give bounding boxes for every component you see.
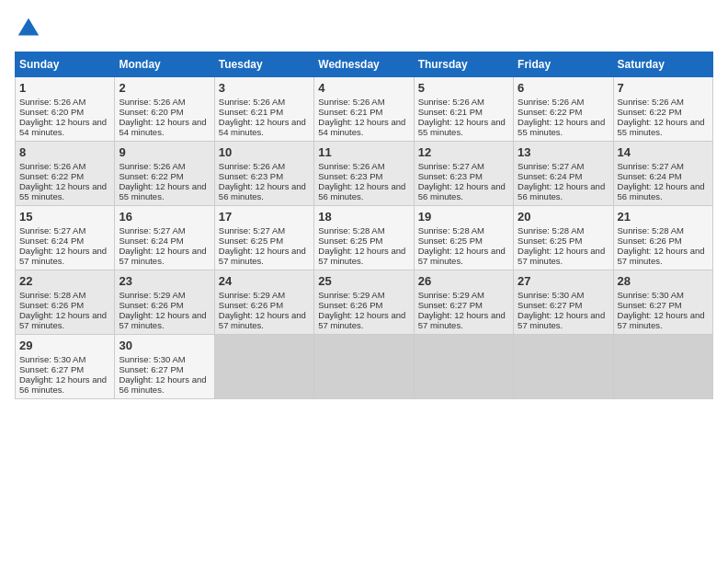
day-number: 29 <box>19 339 110 352</box>
daylight-text: Daylight: 12 hours and 55 minutes. <box>19 181 110 201</box>
daylight-text: Daylight: 12 hours and 55 minutes. <box>518 117 609 137</box>
sunset-text: Sunset: 6:24 PM <box>518 171 609 181</box>
sunrise-text: Sunrise: 5:26 AM <box>418 97 509 107</box>
calendar-cell: 13Sunrise: 5:27 AMSunset: 6:24 PMDayligh… <box>514 142 613 206</box>
calendar-cell: 8Sunrise: 5:26 AMSunset: 6:22 PMDaylight… <box>16 142 115 206</box>
calendar-cell: 3Sunrise: 5:26 AMSunset: 6:21 PMDaylight… <box>214 77 313 142</box>
header-sunday: Sunday <box>16 52 115 77</box>
sunset-text: Sunset: 6:26 PM <box>19 300 110 310</box>
sunrise-text: Sunrise: 5:29 AM <box>418 290 509 300</box>
sunrise-text: Sunrise: 5:26 AM <box>318 161 409 171</box>
daylight-text: Daylight: 12 hours and 55 minutes. <box>119 181 210 201</box>
sunrise-text: Sunrise: 5:30 AM <box>518 290 609 300</box>
calendar-cell <box>613 335 712 399</box>
day-number: 2 <box>119 81 210 95</box>
sunset-text: Sunset: 6:27 PM <box>418 300 509 310</box>
calendar-cell <box>514 335 613 399</box>
calendar-cell: 29Sunrise: 5:30 AMSunset: 6:27 PMDayligh… <box>16 335 115 399</box>
sunrise-text: Sunrise: 5:28 AM <box>518 225 609 236</box>
day-number: 26 <box>418 274 509 288</box>
calendar-cell <box>314 335 414 399</box>
daylight-text: Daylight: 12 hours and 57 minutes. <box>219 310 310 330</box>
calendar-cell: 14Sunrise: 5:27 AMSunset: 6:24 PMDayligh… <box>613 142 712 206</box>
sunset-text: Sunset: 6:23 PM <box>318 171 409 181</box>
daylight-text: Daylight: 12 hours and 57 minutes. <box>19 246 110 266</box>
calendar-header-row: SundayMondayTuesdayWednesdayThursdayFrid… <box>16 52 713 77</box>
daylight-text: Daylight: 12 hours and 54 minutes. <box>318 117 409 137</box>
daylight-text: Daylight: 12 hours and 57 minutes. <box>318 246 409 266</box>
day-number: 1 <box>19 81 110 95</box>
daylight-text: Daylight: 12 hours and 56 minutes. <box>119 374 210 395</box>
sunrise-text: Sunrise: 5:26 AM <box>219 161 310 171</box>
day-number: 3 <box>219 81 310 95</box>
sunrise-text: Sunrise: 5:26 AM <box>318 97 409 107</box>
sunrise-text: Sunrise: 5:26 AM <box>618 97 709 107</box>
day-number: 4 <box>318 81 409 95</box>
daylight-text: Daylight: 12 hours and 54 minutes. <box>219 117 310 137</box>
sunrise-text: Sunrise: 5:27 AM <box>219 225 310 236</box>
sunset-text: Sunset: 6:27 PM <box>19 364 110 374</box>
daylight-text: Daylight: 12 hours and 56 minutes. <box>518 181 609 201</box>
calendar-cell: 5Sunrise: 5:26 AMSunset: 6:21 PMDaylight… <box>414 77 513 142</box>
calendar-cell: 11Sunrise: 5:26 AMSunset: 6:23 PMDayligh… <box>314 142 414 206</box>
sunrise-text: Sunrise: 5:29 AM <box>219 290 310 300</box>
calendar-cell: 22Sunrise: 5:28 AMSunset: 6:26 PMDayligh… <box>16 270 115 335</box>
calendar-cell: 7Sunrise: 5:26 AMSunset: 6:22 PMDaylight… <box>613 77 712 142</box>
calendar-week-row: 22Sunrise: 5:28 AMSunset: 6:26 PMDayligh… <box>16 270 713 335</box>
sunrise-text: Sunrise: 5:28 AM <box>318 225 409 236</box>
calendar-week-row: 15Sunrise: 5:27 AMSunset: 6:24 PMDayligh… <box>16 206 713 270</box>
daylight-text: Daylight: 12 hours and 56 minutes. <box>219 181 310 201</box>
sunrise-text: Sunrise: 5:26 AM <box>518 97 609 107</box>
calendar-cell: 20Sunrise: 5:28 AMSunset: 6:25 PMDayligh… <box>514 206 613 270</box>
day-number: 13 <box>518 145 609 159</box>
day-number: 23 <box>119 274 210 288</box>
day-number: 8 <box>19 145 110 159</box>
calendar-week-row: 8Sunrise: 5:26 AMSunset: 6:22 PMDaylight… <box>16 142 713 206</box>
day-number: 20 <box>518 210 609 224</box>
sunset-text: Sunset: 6:24 PM <box>19 236 110 246</box>
sunset-text: Sunset: 6:21 PM <box>418 107 509 117</box>
calendar-cell: 21Sunrise: 5:28 AMSunset: 6:26 PMDayligh… <box>613 206 712 270</box>
daylight-text: Daylight: 12 hours and 57 minutes. <box>418 310 509 330</box>
calendar-cell: 25Sunrise: 5:29 AMSunset: 6:26 PMDayligh… <box>314 270 414 335</box>
sunrise-text: Sunrise: 5:27 AM <box>119 225 210 236</box>
calendar-cell: 18Sunrise: 5:28 AMSunset: 6:25 PMDayligh… <box>314 206 414 270</box>
daylight-text: Daylight: 12 hours and 57 minutes. <box>19 310 110 330</box>
daylight-text: Daylight: 12 hours and 54 minutes. <box>119 117 210 137</box>
sunrise-text: Sunrise: 5:30 AM <box>618 290 709 300</box>
calendar-cell: 2Sunrise: 5:26 AMSunset: 6:20 PMDaylight… <box>115 77 214 142</box>
sunrise-text: Sunrise: 5:27 AM <box>618 161 709 171</box>
calendar-cell: 12Sunrise: 5:27 AMSunset: 6:23 PMDayligh… <box>414 142 513 206</box>
header-monday: Monday <box>115 52 214 77</box>
sunset-text: Sunset: 6:25 PM <box>518 236 609 246</box>
calendar-table: SundayMondayTuesdayWednesdayThursdayFrid… <box>15 52 713 399</box>
sunrise-text: Sunrise: 5:27 AM <box>19 225 110 236</box>
daylight-text: Daylight: 12 hours and 57 minutes. <box>318 310 409 330</box>
sunset-text: Sunset: 6:26 PM <box>119 300 210 310</box>
sunset-text: Sunset: 6:23 PM <box>418 171 509 181</box>
sunrise-text: Sunrise: 5:26 AM <box>19 161 110 171</box>
daylight-text: Daylight: 12 hours and 57 minutes. <box>618 246 709 266</box>
daylight-text: Daylight: 12 hours and 57 minutes. <box>119 246 210 266</box>
day-number: 28 <box>618 274 709 288</box>
day-number: 7 <box>618 81 709 95</box>
header-wednesday: Wednesday <box>314 52 414 77</box>
sunset-text: Sunset: 6:27 PM <box>518 300 609 310</box>
day-number: 16 <box>119 210 210 224</box>
sunset-text: Sunset: 6:27 PM <box>119 364 210 374</box>
daylight-text: Daylight: 12 hours and 57 minutes. <box>119 310 210 330</box>
sunset-text: Sunset: 6:21 PM <box>219 107 310 117</box>
sunset-text: Sunset: 6:20 PM <box>119 107 210 117</box>
sunrise-text: Sunrise: 5:28 AM <box>618 225 709 236</box>
sunrise-text: Sunrise: 5:26 AM <box>19 97 110 107</box>
day-number: 18 <box>318 210 409 224</box>
day-number: 14 <box>618 145 709 159</box>
day-number: 10 <box>219 145 310 159</box>
day-number: 19 <box>418 210 509 224</box>
header-friday: Friday <box>514 52 613 77</box>
sunset-text: Sunset: 6:20 PM <box>19 107 110 117</box>
daylight-text: Daylight: 12 hours and 57 minutes. <box>618 310 709 330</box>
day-number: 15 <box>19 210 110 224</box>
sunrise-text: Sunrise: 5:26 AM <box>119 97 210 107</box>
calendar-cell: 17Sunrise: 5:27 AMSunset: 6:25 PMDayligh… <box>214 206 313 270</box>
